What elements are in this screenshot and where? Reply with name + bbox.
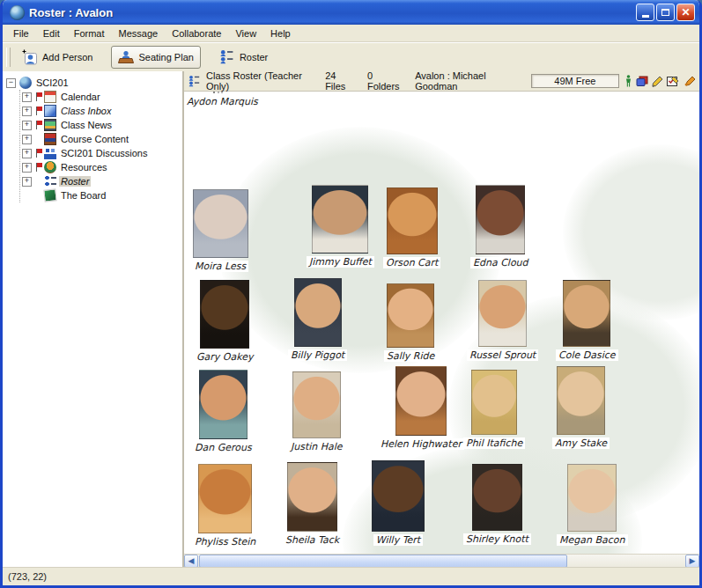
toolbar-gripper[interactable] — [6, 48, 11, 67]
student-name: Justin Hale — [288, 441, 345, 452]
menu-item[interactable]: Collaborate — [165, 26, 228, 40]
student-photo[interactable] — [476, 185, 525, 254]
flag-icon — [35, 149, 42, 158]
menu-item[interactable]: Help — [263, 26, 298, 40]
tree-root-sci201[interactable]: − SCI201 — [6, 76, 182, 90]
main-area: − SCI201 + Calendar + Class Inbox + Clas… — [3, 71, 699, 568]
student-card[interactable]: Moira Less — [192, 189, 248, 272]
collapse-icon[interactable]: − — [6, 78, 16, 88]
expand-icon[interactable]: + — [22, 177, 32, 187]
student-card[interactable]: Gary Oakey — [194, 280, 255, 363]
student-name: Phil Itafiche — [463, 437, 525, 449]
scroll-right-icon[interactable]: ▶ — [685, 555, 699, 568]
scrollbar-thumb[interactable] — [199, 555, 567, 568]
student-card[interactable]: Willy Tert — [372, 460, 425, 546]
menu-item[interactable]: Message — [112, 26, 166, 40]
student-photo[interactable] — [221, 92, 223, 93]
student-photo[interactable] — [200, 280, 249, 349]
student-card[interactable]: Shirley Knott — [463, 464, 531, 545]
student-card[interactable]: Orson Cart — [383, 187, 440, 268]
flag-icon — [35, 163, 42, 172]
tree-item-label: Resources — [59, 162, 109, 173]
tree-item[interactable]: + SCI201 Discussions — [22, 146, 182, 160]
window-title: Roster : Avalon — [29, 6, 634, 19]
expand-icon[interactable]: + — [22, 163, 32, 173]
seating-plan-button[interactable]: Seating Plan — [111, 46, 200, 69]
scrollbar-track[interactable] — [567, 555, 685, 568]
student-name: Amy Stake — [552, 437, 610, 449]
student-photo[interactable] — [294, 278, 342, 347]
student-card[interactable]: Jimmy Buffet — [307, 185, 374, 268]
inbox-icon — [44, 105, 56, 117]
menu-item[interactable]: Edit — [36, 26, 67, 40]
tree-item[interactable]: + Calendar — [22, 90, 182, 104]
close-icon[interactable]: ✕ — [676, 4, 695, 21]
edit-document-icon[interactable] — [667, 76, 680, 87]
student-name: Phyliss Stein — [192, 536, 258, 548]
student-photo[interactable] — [312, 185, 368, 254]
student-card[interactable]: Phil Itafiche — [463, 370, 525, 449]
student-card[interactable]: Edna Cloud — [470, 185, 531, 268]
expand-icon[interactable]: + — [22, 135, 32, 144]
student-card[interactable]: Helen Highwater — [378, 366, 464, 450]
student-card[interactable]: Sally Ride — [384, 283, 437, 362]
student-photo[interactable] — [478, 280, 527, 347]
expand-icon[interactable]: + — [22, 149, 32, 158]
minimize-icon[interactable] — [636, 4, 654, 21]
free-space-indicator: 49M Free — [531, 74, 619, 88]
student-card[interactable]: Cole Dasice — [556, 280, 618, 361]
student-photo[interactable] — [387, 187, 438, 254]
student-card[interactable]: Megan Bacon — [557, 464, 628, 546]
expand-icon[interactable]: + — [22, 107, 32, 116]
menu-item[interactable]: File — [6, 26, 36, 40]
student-name: Billy Piggot — [288, 349, 347, 361]
roster-view-label[interactable]: Roster — [213, 47, 274, 68]
student-card[interactable]: Billy Piggot — [288, 278, 347, 361]
person-icon[interactable] — [624, 75, 632, 87]
student-photo[interactable] — [372, 460, 425, 532]
student-photo[interactable] — [567, 464, 617, 532]
tree-item[interactable]: + Class News — [22, 118, 182, 132]
content-pane: Class Roster (Teacher Only) 24 Files 0 F… — [184, 71, 699, 568]
student-photo[interactable] — [563, 280, 610, 347]
tree-item[interactable]: + The Board — [22, 188, 182, 202]
student-card[interactable]: Phyliss Stein — [192, 464, 258, 548]
student-name: Gary Oakey — [194, 351, 255, 363]
layers-icon[interactable] — [636, 76, 648, 87]
expand-icon[interactable]: + — [22, 121, 32, 130]
news-icon — [44, 119, 56, 131]
menu-item[interactable]: Format — [67, 26, 112, 40]
student-photo[interactable] — [287, 462, 337, 532]
student-photo[interactable] — [472, 464, 522, 531]
tree-item[interactable]: + Course Content — [22, 132, 182, 146]
tree-item[interactable]: + Resources — [22, 160, 182, 174]
student-card[interactable]: Dan Gerous — [192, 370, 255, 453]
student-photo[interactable] — [292, 371, 341, 438]
student-name: Russel Sprout — [467, 349, 538, 361]
student-photo[interactable] — [471, 370, 517, 435]
student-photo[interactable] — [387, 283, 434, 348]
tree-item[interactable]: + Roster — [22, 174, 182, 188]
student-photo[interactable] — [198, 464, 252, 533]
add-person-button[interactable]: Add Person — [16, 47, 99, 68]
pen-icon[interactable] — [684, 76, 696, 87]
student-photo[interactable] — [199, 370, 248, 439]
student-photo[interactable] — [193, 189, 248, 258]
student-card[interactable]: Amy Stake — [552, 366, 610, 449]
student-photo[interactable] — [557, 366, 605, 435]
scroll-left-icon[interactable]: ◀ — [184, 555, 198, 568]
tree-item[interactable]: + Class Inbox — [22, 104, 182, 118]
expand-icon[interactable]: + — [22, 92, 32, 102]
student-card[interactable]: Aydon Marquis — [184, 92, 261, 107]
maximize-icon[interactable] — [656, 4, 675, 21]
pencil-icon[interactable] — [652, 76, 663, 87]
close-glyph: ✕ — [681, 7, 690, 18]
student-photo[interactable] — [395, 366, 447, 436]
student-card[interactable]: Russel Sprout — [467, 280, 538, 361]
horizontal-scrollbar[interactable]: ◀ ▶ — [184, 554, 699, 568]
app-window: Roster : Avalon ✕ File Edit Format Messa… — [0, 0, 702, 588]
menu-item[interactable]: View — [228, 26, 263, 40]
student-card[interactable]: Justin Hale — [288, 371, 345, 452]
student-card[interactable]: Sheila Tack — [283, 462, 342, 546]
title-bar[interactable]: Roster : Avalon ✕ — [3, 0, 699, 25]
